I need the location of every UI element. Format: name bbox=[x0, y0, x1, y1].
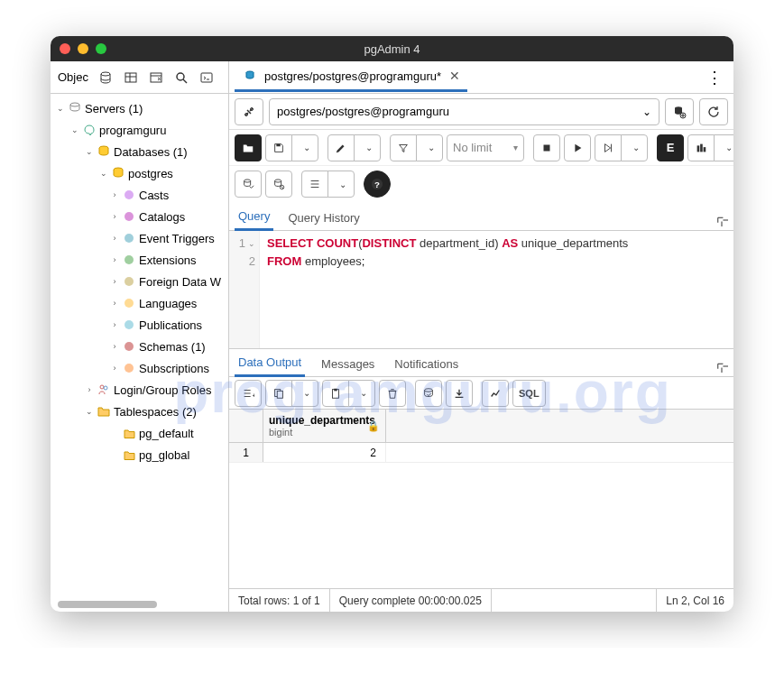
tree-item[interactable]: ›Casts bbox=[51, 184, 228, 206]
svg-point-22 bbox=[104, 386, 107, 390]
tree-item[interactable]: ›Schemas (1) bbox=[51, 336, 228, 357]
cell-value[interactable]: 2 bbox=[263, 443, 386, 462]
sql-button[interactable]: SQL bbox=[512, 380, 546, 407]
result-grid[interactable]: unique_departments bigint 🔒 1 2 bbox=[229, 410, 733, 463]
psql-icon[interactable] bbox=[195, 66, 218, 89]
explain-analyze-button[interactable]: E bbox=[657, 134, 684, 161]
node-icon bbox=[121, 295, 137, 311]
tab-query-history[interactable]: Query History bbox=[284, 206, 363, 230]
editor-code[interactable]: SELECT COUNT(DISTINCT department_id) AS … bbox=[260, 231, 633, 348]
edit-button[interactable] bbox=[327, 134, 355, 161]
tree-item[interactable]: ›Foreign Data W bbox=[51, 271, 228, 292]
connection-row: postgres/postgres@programguru⌄ bbox=[229, 94, 733, 130]
filter-button[interactable] bbox=[390, 134, 417, 161]
tab-data-output[interactable]: Data Output bbox=[235, 350, 305, 377]
search-icon[interactable] bbox=[170, 66, 193, 89]
save-dropdown[interactable]: ⌄ bbox=[291, 134, 318, 161]
limit-select[interactable]: No limit▾ bbox=[447, 134, 524, 161]
svg-point-21 bbox=[100, 385, 104, 389]
object-tree[interactable]: ⌄Servers (1) ⌄programguru ⌄Databases (1)… bbox=[51, 94, 228, 597]
roles-icon bbox=[96, 382, 112, 398]
copy-button[interactable] bbox=[265, 380, 292, 407]
tree-tablespace-item[interactable]: pg_global bbox=[51, 444, 228, 466]
paste-button[interactable] bbox=[322, 380, 349, 407]
svg-text:+: + bbox=[252, 392, 254, 400]
expand-output-icon[interactable] bbox=[715, 360, 728, 376]
add-row-button[interactable]: + bbox=[235, 380, 262, 407]
close-tab-icon[interactable]: ✕ bbox=[449, 69, 460, 83]
close-window-button[interactable] bbox=[60, 43, 70, 54]
filter-rows-icon[interactable] bbox=[144, 66, 168, 89]
grid-row[interactable]: 1 2 bbox=[229, 443, 733, 463]
tree-item[interactable]: ›Languages bbox=[51, 292, 228, 314]
node-icon bbox=[121, 208, 137, 225]
tree-item[interactable]: ›Extensions bbox=[51, 249, 228, 271]
save-data-button[interactable] bbox=[415, 380, 442, 407]
svg-rect-8 bbox=[201, 73, 212, 82]
tree-tablespaces[interactable]: ⌄Tablespaces (2) bbox=[51, 401, 228, 422]
svg-point-35 bbox=[275, 180, 281, 182]
copy-dropdown[interactable]: ⌄ bbox=[291, 380, 318, 407]
tree-db-postgres[interactable]: ⌄postgres bbox=[51, 162, 228, 184]
sql-editor[interactable]: 1⌄ 2 SELECT COUNT(DISTINCT department_id… bbox=[229, 231, 733, 348]
tree-servers[interactable]: ⌄Servers (1) bbox=[51, 97, 228, 119]
save-button[interactable] bbox=[265, 134, 292, 161]
graph-button[interactable] bbox=[482, 380, 509, 407]
tab-menu-icon[interactable]: ⋮ bbox=[701, 68, 728, 88]
editor-tab[interactable]: postgres/postgres@programguru* ✕ bbox=[235, 62, 467, 92]
svg-rect-48 bbox=[277, 391, 282, 398]
execute-button[interactable] bbox=[564, 134, 591, 161]
minimize-window-button[interactable] bbox=[78, 43, 88, 54]
database-icon bbox=[110, 165, 126, 181]
maximize-window-button[interactable] bbox=[96, 43, 106, 54]
edit-dropdown[interactable]: ⌄ bbox=[354, 134, 381, 161]
filter-dropdown[interactable]: ⌄ bbox=[416, 134, 443, 161]
expand-icon[interactable] bbox=[715, 214, 728, 230]
indent-dropdown[interactable]: ⌄ bbox=[327, 171, 355, 198]
elephant-icon bbox=[81, 122, 97, 138]
reset-icon[interactable] bbox=[699, 98, 728, 125]
status-cursor-pos: Ln 2, Col 16 bbox=[656, 589, 733, 612]
query-tool-icon[interactable] bbox=[94, 66, 117, 89]
view-data-icon[interactable] bbox=[119, 66, 143, 89]
open-file-button[interactable] bbox=[235, 134, 262, 161]
folder-icon bbox=[121, 425, 137, 441]
row-number[interactable]: 1 bbox=[229, 443, 263, 462]
tree-item[interactable]: ›Publications bbox=[51, 314, 228, 336]
tree-server[interactable]: ⌄programguru bbox=[51, 119, 228, 141]
row-number-header[interactable] bbox=[229, 410, 263, 442]
tab-query[interactable]: Query bbox=[235, 204, 273, 231]
svg-line-37 bbox=[281, 186, 283, 189]
status-total-rows: Total rows: 1 of 1 bbox=[229, 589, 330, 612]
new-connection-icon[interactable] bbox=[665, 98, 694, 125]
stop-button[interactable] bbox=[533, 134, 560, 161]
macros-dropdown[interactable]: ⌄ bbox=[714, 134, 733, 161]
paste-dropdown[interactable]: ⌄ bbox=[348, 380, 375, 407]
delete-button[interactable] bbox=[379, 380, 406, 407]
column-header[interactable]: unique_departments bigint 🔒 bbox=[263, 410, 386, 442]
sidebar-scrollbar[interactable] bbox=[58, 601, 157, 608]
chevron-down-icon: ⌄ bbox=[642, 106, 651, 118]
download-button[interactable] bbox=[446, 380, 473, 407]
tree-item[interactable]: ›Catalogs bbox=[51, 206, 228, 227]
svg-point-15 bbox=[125, 255, 134, 264]
help-button[interactable]: ? bbox=[364, 171, 391, 198]
svg-rect-28 bbox=[276, 143, 280, 146]
tree-item[interactable]: ›Subscriptions bbox=[51, 357, 228, 379]
explain-dropdown[interactable]: ⌄ bbox=[621, 134, 648, 161]
connection-select[interactable]: postgres/postgres@programguru⌄ bbox=[269, 98, 659, 125]
tab-messages[interactable]: Messages bbox=[318, 352, 378, 376]
rollback-button[interactable] bbox=[265, 171, 292, 198]
tree-item[interactable]: ›Event Triggers bbox=[51, 227, 228, 249]
tab-notifications[interactable]: Notifications bbox=[391, 352, 462, 376]
indent-button[interactable] bbox=[301, 171, 328, 198]
connection-status-icon[interactable] bbox=[235, 98, 263, 125]
macros-button[interactable] bbox=[687, 134, 715, 161]
svg-point-18 bbox=[125, 320, 134, 329]
tree-login-roles[interactable]: ›Login/Group Roles bbox=[51, 379, 228, 401]
explain-button[interactable] bbox=[595, 134, 622, 161]
commit-button[interactable] bbox=[235, 171, 262, 198]
tree-tablespace-item[interactable]: pg_default bbox=[51, 422, 228, 444]
svg-rect-4 bbox=[151, 73, 161, 82]
tree-databases[interactable]: ⌄Databases (1) bbox=[51, 141, 228, 162]
